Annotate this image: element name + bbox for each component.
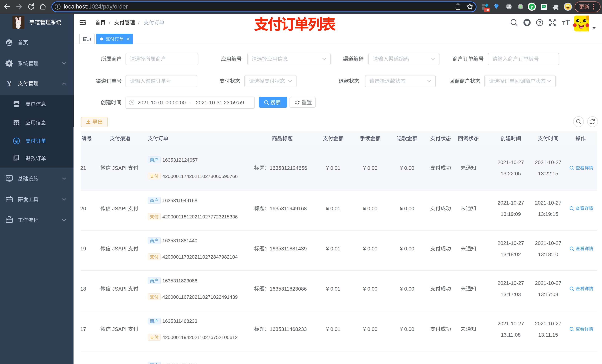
svg-text:¥ 0.00: ¥ 0.00 — [363, 286, 377, 292]
svg-text:1635311468233: 1635311468233 — [270, 326, 307, 332]
svg-text:2021-10-27: 2021-10-27 — [497, 280, 524, 286]
svg-text:2021-10-27: 2021-10-27 — [497, 240, 524, 246]
svg-text:1635311881440: 1635311881440 — [162, 238, 197, 243]
svg-text:JSAPI: JSAPI — [112, 206, 127, 211]
svg-text:1635311468233: 1635311468233 — [162, 318, 197, 324]
svg-text:¥ 0.01: ¥ 0.01 — [326, 246, 340, 251]
svg-text:¥ 0.01: ¥ 0.01 — [326, 326, 340, 332]
svg-text:1635311949168: 1635311949168 — [162, 198, 197, 203]
svg-text:13:11:08: 13:11:08 — [501, 332, 521, 338]
svg-text:1635311881439: 1635311881439 — [270, 246, 307, 251]
svg-text:¥ 0.01: ¥ 0.01 — [326, 286, 340, 292]
svg-text:2021-10-27: 2021-10-27 — [497, 200, 524, 206]
svg-text:¥ 0.00: ¥ 0.00 — [400, 286, 414, 292]
svg-text:13:18:02: 13:18:02 — [501, 251, 521, 257]
svg-text:13:19:09: 13:19:09 — [501, 211, 521, 217]
svg-text:¥ 0.00: ¥ 0.00 — [400, 206, 414, 211]
svg-text:2021-10-27: 2021-10-27 — [535, 240, 561, 246]
svg-text:1635311823086: 1635311823086 — [270, 286, 307, 292]
svg-text:2021-10-27: 2021-10-27 — [535, 321, 561, 326]
svg-text:2021-10-27: 2021-10-27 — [535, 200, 561, 206]
svg-text:13:17:03: 13:17:03 — [501, 291, 521, 297]
svg-text:JSAPI: JSAPI — [112, 286, 127, 292]
svg-text:JSAPI: JSAPI — [112, 326, 127, 332]
svg-text:¥ 0.00: ¥ 0.00 — [363, 326, 377, 332]
svg-text:2021-10-27: 2021-10-27 — [497, 321, 524, 326]
svg-text:¥ 0.01: ¥ 0.01 — [326, 206, 340, 211]
svg-text:¥ 0.00: ¥ 0.00 — [363, 206, 377, 211]
svg-text:1635311823086: 1635311823086 — [162, 278, 197, 283]
svg-text:1635311949168: 1635311949168 — [270, 206, 307, 211]
svg-text:¥ 0.00: ¥ 0.00 — [400, 326, 414, 332]
svg-text:13:18:10: 13:18:10 — [538, 251, 558, 257]
svg-text:4200001194202110276752100612: 4200001194202110276752100612 — [162, 335, 238, 340]
svg-text:4200001181202110277723215336: 4200001181202110277723215336 — [162, 214, 238, 219]
svg-text:4200001167202110271022491439: 4200001167202110271022491439 — [162, 294, 238, 300]
svg-text:119: 119 — [78, 246, 86, 251]
svg-text:120: 120 — [77, 206, 86, 211]
svg-text:¥ 0.00: ¥ 0.00 — [400, 246, 414, 251]
svg-text:13:11:15: 13:11:15 — [538, 332, 558, 338]
svg-text:13:19:15: 13:19:15 — [538, 211, 558, 217]
svg-text:117: 117 — [78, 326, 86, 332]
svg-text:1635311251736: 1635311251736 — [162, 363, 197, 364]
svg-text:2021-10-27: 2021-10-27 — [535, 280, 561, 286]
svg-text:118: 118 — [78, 286, 86, 292]
svg-text:JSAPI: JSAPI — [112, 246, 127, 251]
svg-text:13:17:08: 13:17:08 — [538, 291, 558, 297]
svg-text:¥ 0.00: ¥ 0.00 — [363, 246, 377, 251]
svg-text:4200001173202110272847982104: 4200001173202110272847982104 — [162, 254, 238, 260]
